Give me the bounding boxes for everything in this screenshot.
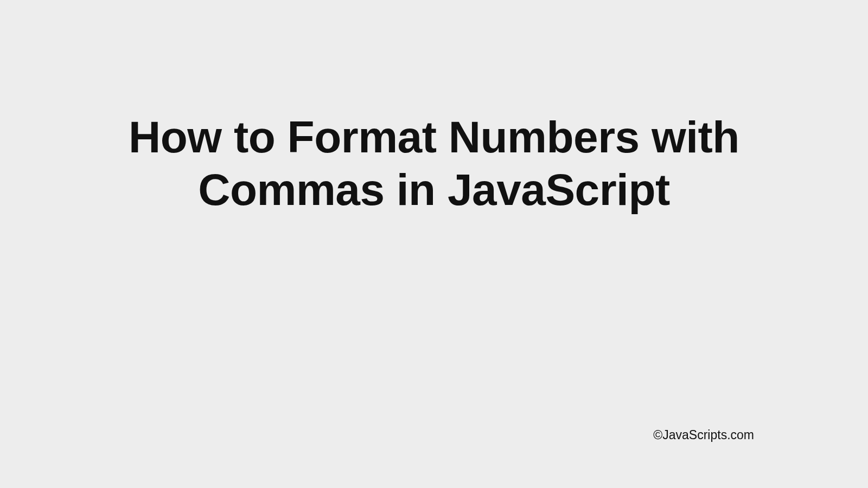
page-title: How to Format Numbers with Commas in Jav… [43, 111, 825, 216]
attribution-text: ©JavaScripts.com [653, 428, 754, 442]
